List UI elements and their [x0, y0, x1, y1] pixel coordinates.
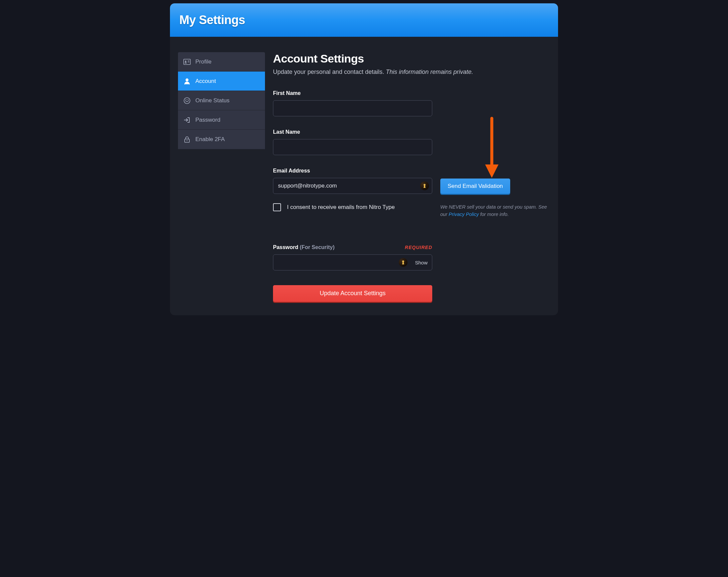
last-name-input[interactable] — [273, 139, 432, 155]
email-label: Email Address — [273, 168, 432, 174]
email-side-col: Send Email Validation — [440, 178, 550, 194]
login-arrow-icon — [183, 116, 191, 124]
main-content: Account Settings Update your personal an… — [273, 52, 550, 302]
privacy-note-col: We NEVER sell your data or send you spam… — [440, 205, 550, 218]
first-name-label: First Name — [273, 90, 432, 96]
settings-card: My Settings Profile — [170, 3, 558, 315]
sidebar-item-profile[interactable]: Profile — [178, 52, 265, 72]
update-account-settings-button[interactable]: Update Account Settings — [273, 285, 432, 302]
sidebar-item-account[interactable]: Account — [178, 72, 265, 91]
keyhole-icon — [399, 258, 408, 267]
profile-card-icon — [183, 58, 191, 65]
last-name-label: Last Name — [273, 129, 432, 135]
page-title: Account Settings — [273, 52, 550, 65]
email-input-wrap — [273, 178, 432, 194]
sidebar-item-label: Enable 2FA — [196, 136, 225, 143]
svg-point-1 — [185, 60, 186, 62]
sidebar-item-label: Profile — [196, 58, 211, 65]
card-body: Profile Account — [170, 37, 558, 315]
settings-sidebar: Profile Account — [178, 52, 265, 302]
last-name-group: Last Name — [273, 129, 432, 155]
card-header: My Settings — [170, 3, 558, 37]
consent-row: I consent to receive emails from Nitro T… — [273, 205, 550, 218]
password-header: Password (For Security) REQUIRED — [273, 244, 432, 250]
page-subtitle: Update your personal and contact details… — [273, 68, 550, 76]
sidebar-item-password[interactable]: Password — [178, 110, 265, 130]
svg-point-9 — [187, 140, 188, 141]
first-name-input[interactable] — [273, 100, 432, 116]
password-label: Password (For Security) — [273, 244, 335, 250]
send-email-validation-button[interactable]: Send Email Validation — [440, 178, 510, 194]
password-group: Password (For Security) REQUIRED Show — [273, 244, 550, 271]
show-password-toggle[interactable]: Show — [415, 259, 427, 265]
header-title: My Settings — [179, 13, 245, 27]
first-name-group: First Name — [273, 90, 432, 116]
svg-point-4 — [186, 79, 188, 81]
consent-checkbox[interactable] — [273, 203, 281, 211]
svg-point-5 — [184, 98, 190, 104]
privacy-note: We NEVER sell your data or send you spam… — [440, 203, 550, 218]
sidebar-item-label: Password — [196, 117, 220, 123]
consent-checkbox-row: I consent to receive emails from Nitro T… — [273, 203, 432, 211]
privacy-policy-link[interactable]: Privacy Policy — [449, 212, 479, 217]
sidebar-item-online-status[interactable]: Online Status — [178, 91, 265, 110]
lock-icon — [183, 136, 191, 143]
email-input[interactable] — [273, 178, 432, 194]
sidebar-item-enable-2fa[interactable]: Enable 2FA — [178, 130, 265, 149]
email-row: Email Address Send Email Validation — [273, 168, 550, 194]
sidebar-item-label: Online Status — [196, 97, 230, 104]
sidebar-item-label: Account — [196, 78, 216, 85]
consent-label: I consent to receive emails from Nitro T… — [287, 204, 395, 211]
password-input[interactable] — [273, 254, 432, 271]
keyhole-icon — [420, 182, 429, 190]
email-group: Email Address — [273, 168, 432, 194]
smiley-icon — [183, 97, 191, 104]
person-icon — [183, 78, 191, 85]
required-tag: REQUIRED — [405, 245, 432, 250]
password-input-wrap: Show — [273, 254, 432, 271]
